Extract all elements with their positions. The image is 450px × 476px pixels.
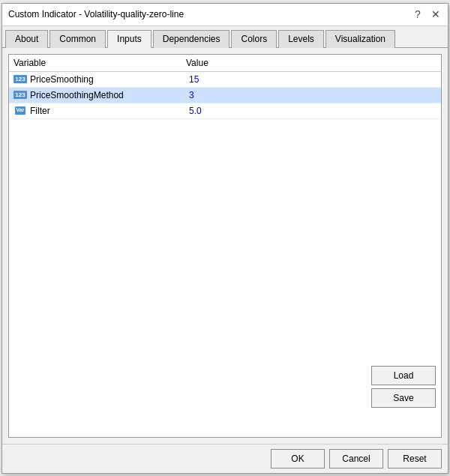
tab-inputs[interactable]: Inputs — [107, 30, 152, 48]
bottom-bar: OK Cancel Reset — [2, 444, 448, 473]
cancel-button[interactable]: Cancel — [329, 449, 383, 469]
reset-button[interactable]: Reset — [388, 449, 442, 469]
table-row[interactable]: 123 PriceSmoothing 15 — [9, 72, 441, 88]
save-button[interactable]: Save — [371, 388, 436, 408]
tab-colors[interactable]: Colors — [231, 30, 277, 48]
row-icon-int: 123 — [14, 74, 27, 85]
row-icon-var: Var — [14, 106, 27, 116]
row-name: Filter — [30, 106, 189, 116]
row-icon-int: 123 — [14, 90, 27, 100]
title-bar: Custom Indicator - Volatility-quality-ze… — [2, 4, 448, 26]
tab-levels[interactable]: Levels — [278, 30, 324, 48]
tab-about[interactable]: About — [5, 30, 48, 48]
close-button[interactable]: ✕ — [430, 8, 442, 20]
tabs-bar: About Common Inputs Dependencies Colors … — [2, 26, 448, 48]
ok-button[interactable]: OK — [271, 449, 325, 469]
main-window: Custom Indicator - Volatility-quality-ze… — [2, 3, 448, 474]
title-controls: ? ✕ — [412, 8, 442, 20]
load-button[interactable]: Load — [371, 366, 436, 385]
row-value: 5.0 — [189, 106, 436, 116]
row-value: 15 — [189, 74, 436, 85]
tab-visualization[interactable]: Visualization — [326, 30, 395, 48]
main-layout: Variable Value 123 PriceSmoothing 15 123… — [2, 48, 448, 444]
column-value-header: Value — [186, 58, 436, 68]
table-row[interactable]: 123 PriceSmoothingMethod 3 — [9, 88, 441, 103]
window-title: Custom Indicator - Volatility-quality-ze… — [8, 9, 184, 19]
table-row[interactable]: Var Filter 5.0 — [9, 103, 441, 119]
tab-dependencies[interactable]: Dependencies — [153, 30, 230, 48]
help-button[interactable]: ? — [412, 8, 424, 20]
row-name: PriceSmoothingMethod — [30, 90, 189, 100]
column-variable-header: Variable — [14, 58, 186, 68]
side-buttons-panel: Load Save — [371, 366, 439, 408]
row-name: PriceSmoothing — [30, 74, 189, 85]
row-value: 3 — [189, 90, 436, 100]
table-header: Variable Value — [9, 55, 441, 72]
tab-common[interactable]: Common — [50, 30, 106, 48]
